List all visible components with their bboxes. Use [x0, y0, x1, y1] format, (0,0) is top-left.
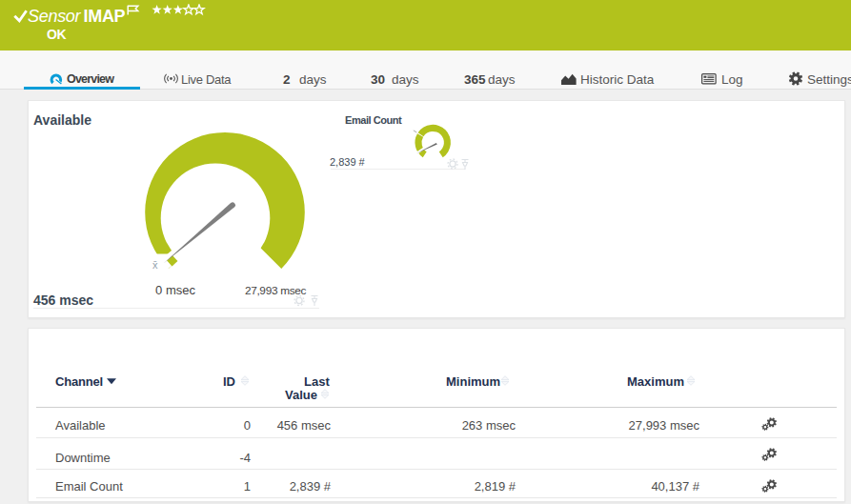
- svg-text:x̄: x̄: [152, 259, 158, 271]
